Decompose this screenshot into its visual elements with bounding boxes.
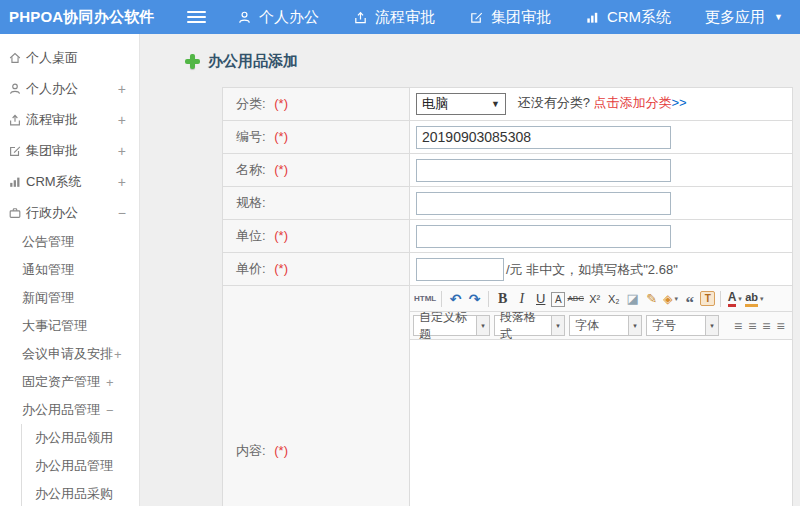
rich-text-editor: HTML ↶ ↷ B I U A ABC X² X₂ ◪ ✎: [410, 286, 792, 506]
nav-workflow-approval[interactable]: 流程审批: [336, 0, 452, 34]
sidebar-item-news-mgmt[interactable]: 新闻管理: [0, 284, 139, 312]
nav-label: 集团审批: [491, 8, 551, 27]
collapse-icon[interactable]: −: [106, 403, 114, 418]
custom-title-select[interactable]: 自定义标题 ▾: [413, 315, 490, 336]
chevron-down-icon: ▾: [705, 316, 718, 335]
sidebar-item-fixed-assets-mgmt[interactable]: 固定资产管理 +: [0, 368, 139, 396]
sidebar-item-office-supplies-mgmt[interactable]: 办公用品管理 −: [0, 396, 139, 424]
auto-typeset-icon[interactable]: ◈▾: [662, 289, 679, 309]
bar-chart-icon: [585, 10, 600, 25]
format-painter-icon[interactable]: ✎: [643, 289, 660, 309]
form-row-content: 内容: (*) HTML ↶ ↷ B I U A ABC: [223, 286, 793, 506]
content-editor-cell: HTML ↶ ↷ B I U A ABC X² X₂ ◪ ✎: [410, 286, 793, 506]
nav-personal-office[interactable]: 个人办公: [220, 0, 336, 34]
content-label: 内容:: [236, 443, 266, 458]
sidebar-item-supplies-claim[interactable]: 办公用品领用: [22, 424, 139, 452]
expand-icon[interactable]: +: [114, 347, 122, 362]
expand-icon[interactable]: +: [106, 375, 114, 390]
editor-toolbar-row1: HTML ↶ ↷ B I U A ABC X² X₂ ◪ ✎: [410, 286, 792, 312]
font-color-button[interactable]: A▾: [726, 289, 743, 309]
upload-icon: [353, 10, 368, 25]
paragraph-format-select[interactable]: 段落格式 ▾: [494, 315, 565, 336]
nav-group-approval[interactable]: 集团审批: [452, 0, 568, 34]
code-label: 编号:: [236, 129, 266, 144]
price-label-cell: 单价: (*): [223, 253, 410, 286]
redo-icon[interactable]: ↷: [466, 289, 483, 309]
strikethrough-button[interactable]: ABC: [567, 289, 584, 309]
highlight-glyph: ab: [745, 291, 758, 307]
sidebar-item-supplies-manage[interactable]: 办公用品管理: [22, 452, 139, 480]
editor-content-area[interactable]: [410, 340, 792, 506]
blockquote-icon[interactable]: “: [681, 289, 698, 309]
sidebar-item-notice-mgmt[interactable]: 通知管理: [0, 256, 139, 284]
unit-input[interactable]: [416, 225, 671, 248]
sidebar-item-label: 大事记管理: [22, 317, 87, 335]
code-label-cell: 编号: (*): [223, 121, 410, 154]
align-center-icon[interactable]: ≡: [748, 318, 756, 334]
remove-format-button[interactable]: A: [551, 292, 565, 307]
sidebar-item-label: 集团审批: [26, 142, 78, 160]
collapse-icon[interactable]: −: [118, 205, 126, 221]
add-category-link[interactable]: 点击添加分类: [593, 95, 671, 110]
sidebar-item-label: 办公用品管理: [22, 401, 100, 419]
highlight-color-button[interactable]: ab▾: [745, 289, 763, 309]
briefcase-icon: [8, 206, 22, 220]
form-row-name: 名称: (*): [223, 154, 793, 187]
sidebar-item-announcement-mgmt[interactable]: 公告管理: [0, 228, 139, 256]
form-row-code: 编号: (*): [223, 121, 793, 154]
editor-toolbar-row2: 自定义标题 ▾ 段落格式 ▾ 字体 ▾ 字号 ▾: [410, 312, 792, 340]
align-left-icon[interactable]: ≡: [734, 318, 742, 334]
spec-label-cell: 规格:: [223, 187, 410, 220]
menu-icon[interactable]: [187, 8, 206, 26]
spec-input[interactable]: [416, 192, 671, 215]
source-code-button[interactable]: HTML: [414, 289, 436, 309]
chevron-down-icon: ▾: [760, 295, 764, 303]
sidebar-item-supplies-purchase[interactable]: 办公用品采购: [22, 480, 139, 506]
expand-icon[interactable]: +: [118, 81, 126, 97]
sidebar-item-group-approval[interactable]: 集团审批 +: [0, 135, 139, 166]
sidebar-item-crm-system[interactable]: CRM系统 +: [0, 166, 139, 197]
sidebar-item-personal-office[interactable]: 个人办公 +: [0, 73, 139, 104]
code-input[interactable]: [416, 126, 671, 149]
add-category-arrows[interactable]: >>: [671, 95, 686, 110]
page-title: 办公用品添加: [185, 51, 800, 72]
edit-square-icon: [469, 10, 484, 25]
home-icon: [8, 51, 22, 65]
name-input[interactable]: [416, 159, 671, 182]
italic-button[interactable]: I: [513, 289, 530, 309]
nav-crm-system[interactable]: CRM系统: [568, 0, 688, 34]
price-label: 单价:: [236, 261, 266, 276]
category-select[interactable]: 电脑 ▼: [416, 93, 506, 115]
sidebar-submenu-office-supplies: 办公用品领用 办公用品管理 办公用品采购: [21, 424, 139, 506]
expand-icon[interactable]: +: [118, 143, 126, 159]
chevron-down-icon: ▾: [476, 316, 489, 335]
chevron-down-icon: ▾: [628, 316, 641, 335]
toolbar-separator: [441, 291, 442, 307]
top-bar: PHPOA协同办公软件 个人办公 流程审批 集团审批 CRM系统 更多应用 ▼: [0, 0, 800, 34]
sidebar-item-memorabilia-mgmt[interactable]: 大事记管理: [0, 312, 139, 340]
underline-button[interactable]: U: [532, 289, 549, 309]
main-content: 办公用品添加 分类: (*) 电脑 ▼ 还没有分类? 点击添加分类>> 编号: …: [141, 34, 800, 506]
superscript-button[interactable]: X²: [586, 289, 603, 309]
sidebar-item-label: 流程审批: [26, 111, 78, 129]
align-right-icon[interactable]: ≡: [762, 318, 770, 334]
price-input[interactable]: [416, 258, 504, 281]
sidebar-item-admin-office[interactable]: 行政办公 −: [0, 197, 139, 228]
date-insert-icon[interactable]: T: [700, 291, 715, 306]
sidebar-item-meeting-mgmt[interactable]: 会议申请及安排 +: [0, 340, 139, 368]
font-family-select[interactable]: 字体 ▾: [569, 315, 642, 336]
font-size-select[interactable]: 字号 ▾: [646, 315, 719, 336]
sidebar-item-workflow-approval[interactable]: 流程审批 +: [0, 104, 139, 135]
sidebar-item-personal-desktop[interactable]: 个人桌面: [0, 42, 139, 73]
expand-icon[interactable]: +: [118, 112, 126, 128]
expand-icon[interactable]: +: [118, 174, 126, 190]
subscript-button[interactable]: X₂: [605, 289, 622, 309]
eraser-icon[interactable]: ◪: [624, 289, 641, 309]
category-value-cell: 电脑 ▼ 还没有分类? 点击添加分类>>: [410, 88, 793, 121]
align-justify-icon[interactable]: ≡: [777, 318, 785, 334]
bold-button[interactable]: B: [494, 289, 511, 309]
undo-icon[interactable]: ↶: [447, 289, 464, 309]
form-row-price: 单价: (*) /元 非中文，如填写格式"2.68": [223, 253, 793, 286]
name-value-cell: [410, 154, 793, 187]
nav-more-apps[interactable]: 更多应用 ▼: [688, 0, 800, 34]
